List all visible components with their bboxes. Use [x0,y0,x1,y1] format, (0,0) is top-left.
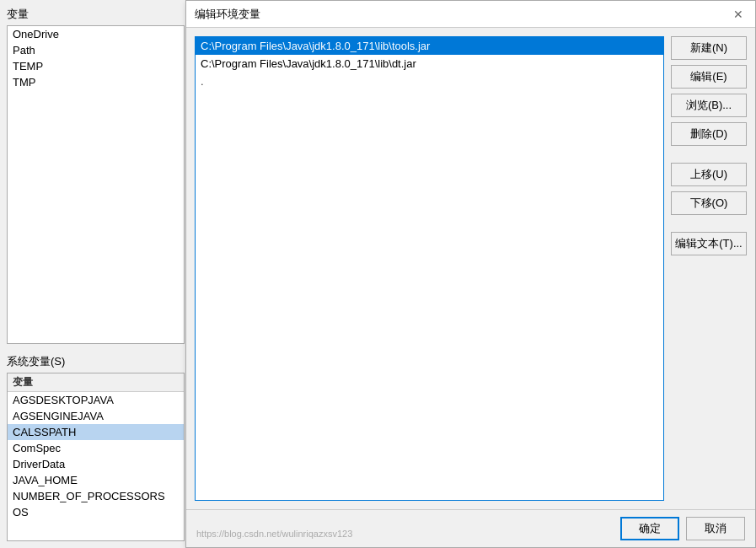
list-item[interactable]: TEMP [8,58,184,74]
list-item[interactable]: OneDrive [8,26,184,42]
list-item[interactable]: CALSSPATH [8,424,184,440]
list-item[interactable]: DriverData [8,456,184,472]
list-item[interactable]: Path [8,42,184,58]
edit-button[interactable]: 编辑(E) [671,65,747,89]
dialog-buttons: 新建(N) 编辑(E) 浏览(B)... 删除(D) 上移(U) 下移(O) 编… [671,36,747,501]
close-button[interactable]: ✕ [730,6,747,23]
dialog-list-item[interactable]: C:\Program Files\Java\jdk1.8.0_171\lib\d… [196,55,663,73]
edit-env-dialog: 编辑环境变量 ✕ C:\Program Files\Java\jdk1.8.0_… [185,0,756,548]
list-item[interactable]: JAVA_HOME [8,472,184,488]
list-item[interactable]: ComSpec [8,440,184,456]
confirm-button[interactable]: 确定 [620,517,679,540]
sys-vars-list[interactable]: 变量 AGSDESKTOPJAVAAGSENGINEJAVACALSSPATHC… [7,373,185,541]
cancel-button[interactable]: 取消 [686,517,745,540]
list-item[interactable]: AGSDESKTOPJAVA [8,392,184,408]
browse-button[interactable]: 浏览(B)... [671,94,747,117]
edit-text-button[interactable]: 编辑文本(T)... [671,232,747,255]
new-button[interactable]: 新建(N) [671,36,747,60]
dialog-list-item[interactable]: C:\Program Files\Java\jdk1.8.0_171\lib\t… [196,37,663,55]
list-item[interactable]: NUMBER_OF_PROCESSORS [8,488,184,504]
dialog-title: 编辑环境变量 [195,7,260,22]
list-item[interactable]: OS [8,504,184,520]
delete-button[interactable]: 删除(D) [671,122,747,146]
watermark: https://blog.csdn.net/wulinriqazxsv123 [196,529,352,539]
dialog-content: C:\Program Files\Java\jdk1.8.0_171\lib\t… [186,28,755,509]
main-panel: 变量 OneDrivePathTEMPTMP 系统变量(S) 变量 AGSDES… [0,0,756,548]
dialog-footer: https://blog.csdn.net/wulinriqazxsv123 确… [186,509,755,547]
dialog-list-item[interactable]: . [196,73,663,90]
dialog-list-area: C:\Program Files\Java\jdk1.8.0_171\lib\t… [195,36,664,501]
left-panel: 变量 OneDrivePathTEMPTMP 系统变量(S) 变量 AGSDES… [0,0,192,548]
move-down-button[interactable]: 下移(O) [671,191,747,215]
dialog-titlebar: 编辑环境变量 ✕ [186,1,755,28]
sys-vars-title: 系统变量(S) [7,354,185,369]
list-item[interactable]: TMP [8,74,184,90]
list-item[interactable]: AGSENGINEJAVA [8,408,184,424]
user-vars-list[interactable]: OneDrivePathTEMPTMP [7,25,185,344]
sys-section: 系统变量(S) 变量 AGSDESKTOPJAVAAGSENGINEJAVACA… [7,354,185,541]
user-vars-title: 变量 [7,7,185,22]
move-up-button[interactable]: 上移(U) [671,163,747,186]
dialog-list-box[interactable]: C:\Program Files\Java\jdk1.8.0_171\lib\t… [195,36,664,501]
sys-vars-col-header: 变量 [8,373,184,392]
